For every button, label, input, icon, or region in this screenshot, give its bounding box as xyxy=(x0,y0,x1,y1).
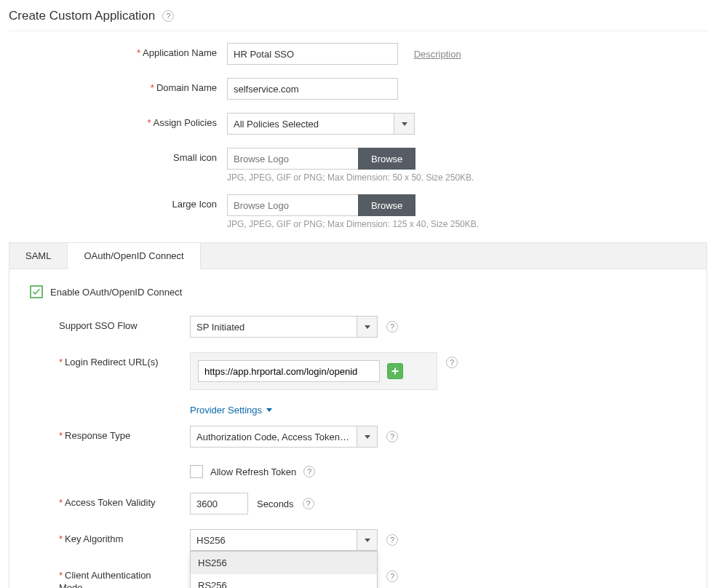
chevron-down-icon xyxy=(394,114,414,134)
enable-oauth-checkbox[interactable] xyxy=(30,285,43,298)
key-algorithm-label: *Key Algorithm xyxy=(59,529,190,544)
add-redirect-button[interactable] xyxy=(387,363,403,379)
domain-name-label: *Domain Name xyxy=(125,78,227,93)
check-icon xyxy=(32,287,41,296)
access-token-validity-label: *Access Token Validity xyxy=(59,493,190,508)
key-algorithm-value: HS256 xyxy=(191,535,357,546)
application-form: *Application Name Description *Domain Na… xyxy=(9,43,707,229)
large-icon-hint: JPG, JPEG, GIF or PNG; Max Dimension: 12… xyxy=(227,219,707,229)
help-icon[interactable]: ? xyxy=(303,466,315,477)
application-name-label: *Application Name xyxy=(125,43,227,58)
tabs-bar: SAML OAuth/OpenID Connect xyxy=(9,243,707,269)
redirect-url-box xyxy=(190,352,437,390)
domain-name-input[interactable] xyxy=(227,78,398,100)
chevron-down-icon xyxy=(357,317,377,337)
key-algorithm-select[interactable]: HS256 xyxy=(190,529,378,551)
tabs-container: SAML OAuth/OpenID Connect Enable OAuth/O… xyxy=(9,242,707,588)
assign-policies-label: *Assign Policies xyxy=(125,113,227,128)
tab-saml[interactable]: SAML xyxy=(9,243,68,269)
assign-policies-select[interactable]: All Policies Selected xyxy=(227,113,415,135)
help-icon[interactable]: ? xyxy=(446,357,458,368)
allow-refresh-checkbox[interactable] xyxy=(190,465,203,478)
large-icon-file-input[interactable] xyxy=(227,194,358,216)
help-icon[interactable]: ? xyxy=(386,571,398,582)
small-icon-browse-button[interactable]: Browse xyxy=(358,148,415,170)
help-icon[interactable]: ? xyxy=(386,321,398,333)
small-icon-hint: JPG, JPEG, GIF or PNG; Max Dimension: 50… xyxy=(227,172,707,183)
response-type-select[interactable]: Authorization Code, Access Token, ID Tok… xyxy=(190,426,378,448)
description-link[interactable]: Description xyxy=(414,49,461,60)
redirect-url-label: *Login Redirect URL(s) xyxy=(59,352,190,368)
large-icon-browse-button[interactable]: Browse xyxy=(358,194,415,216)
small-icon-label: Small icon xyxy=(125,148,227,163)
chevron-down-icon xyxy=(357,530,377,550)
help-icon[interactable]: ? xyxy=(303,498,314,509)
key-algorithm-dropdown: HS256 RS256 RS384 RS512 xyxy=(190,551,378,588)
sso-flow-label: Support SSO Flow xyxy=(59,316,190,331)
plus-icon xyxy=(391,367,399,376)
small-icon-file-input[interactable] xyxy=(227,148,358,170)
key-algorithm-option[interactable]: RS256 xyxy=(191,574,377,588)
access-token-validity-input[interactable] xyxy=(190,493,248,514)
tab-body-oauth: Enable OAuth/OpenID Connect Support SSO … xyxy=(9,269,707,588)
key-algorithm-option[interactable]: HS256 xyxy=(191,552,377,574)
chevron-down-icon xyxy=(357,426,377,447)
enable-oauth-label: Enable OAuth/OpenID Connect xyxy=(50,287,182,298)
assign-policies-value: All Policies Selected xyxy=(228,119,394,130)
page-title: Create Custom Application xyxy=(9,9,155,23)
help-icon[interactable]: ? xyxy=(162,10,174,22)
provider-settings-toggle[interactable]: Provider Settings xyxy=(190,405,272,416)
allow-refresh-label: Allow Refresh Token xyxy=(210,466,296,477)
application-name-input[interactable] xyxy=(227,43,398,65)
tab-oauth[interactable]: OAuth/OpenID Connect xyxy=(68,243,200,269)
client-auth-mode-label: *Client Authentication Mode xyxy=(59,565,190,588)
large-icon-label: Large Icon xyxy=(125,194,227,210)
sso-flow-value: SP Initiated xyxy=(191,322,357,333)
sso-flow-select[interactable]: SP Initiated xyxy=(190,316,378,338)
help-icon[interactable]: ? xyxy=(386,534,398,546)
response-type-label: *Response Type xyxy=(59,426,190,441)
response-type-value: Authorization Code, Access Token, ID Tok… xyxy=(191,432,357,442)
help-icon[interactable]: ? xyxy=(386,431,398,442)
page-header: Create Custom Application ? xyxy=(9,9,707,31)
redirect-url-input[interactable] xyxy=(198,360,380,382)
seconds-label: Seconds xyxy=(257,498,294,509)
caret-down-icon xyxy=(266,408,272,412)
